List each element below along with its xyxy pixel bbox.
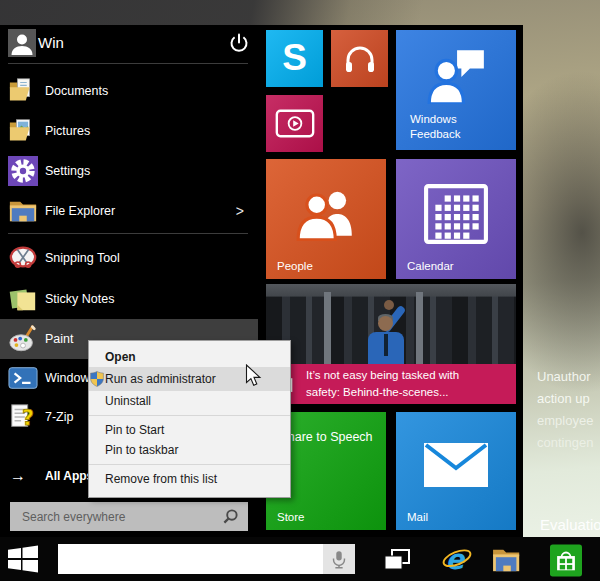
person-icon [8, 29, 36, 57]
start-item-snipping-tool[interactable]: Snipping Tool [0, 238, 258, 278]
right-arrow-icon: → [10, 467, 26, 485]
mouse-cursor [245, 364, 262, 392]
paint-palette-icon [8, 324, 38, 354]
start-item-label: 7-Zip [45, 397, 73, 437]
context-item-pin-to-taskbar[interactable]: Pin to taskbar [89, 440, 290, 460]
context-item-uninstall[interactable]: Uninstall [89, 391, 290, 411]
start-item-label: File Explorer [45, 191, 115, 231]
start-item-label: Sticky Notes [45, 279, 114, 319]
tile-windows-feedback[interactable]: Windows Feedback [396, 30, 516, 150]
task-view-icon [383, 548, 411, 572]
separator [89, 415, 290, 416]
start-item-documents[interactable]: Documents [0, 71, 258, 111]
power-button[interactable] [228, 32, 252, 56]
documents-folder-icon [8, 76, 38, 106]
start-item-label: Snipping Tool [45, 238, 120, 278]
tile-label: Windows Feedback [410, 112, 480, 141]
start-item-pictures[interactable]: Pictures [0, 111, 258, 151]
mail-envelope-icon [423, 442, 489, 488]
tile-label: People [277, 259, 313, 273]
wallpaper-text-line: action up [537, 391, 600, 406]
skype-icon: S [282, 39, 307, 76]
snipping-scissors-icon [8, 243, 38, 273]
taskbar: e [0, 537, 600, 581]
start-item-sticky-notes[interactable]: Sticky Notes [0, 279, 258, 319]
news-headline: It’s not easy being tasked with safety: … [306, 367, 496, 400]
start-search-input[interactable] [10, 502, 248, 531]
svg-text:?: ? [22, 406, 34, 430]
tile-mail[interactable]: Mail [396, 412, 516, 530]
7zip-help-file-icon: ? [8, 402, 38, 432]
powershell-prompt-icon [8, 363, 38, 393]
svg-text:e: e [445, 543, 466, 575]
news-banner: It’s not easy being tasked with safety: … [266, 364, 516, 404]
task-view-button[interactable] [381, 546, 413, 574]
file-explorer-icon [492, 546, 524, 574]
start-item-settings[interactable]: Settings [0, 151, 258, 191]
context-item-label: Run as administrator [105, 372, 216, 386]
tile-label: Calendar [407, 259, 454, 273]
separator [8, 63, 248, 64]
tile-video[interactable] [266, 95, 323, 152]
settings-gear-icon [8, 156, 38, 186]
tile-calendar[interactable]: Calendar [396, 159, 516, 279]
start-item-label: Paint [45, 319, 74, 359]
tile-news[interactable]: It’s not easy being tasked with safety: … [266, 284, 516, 404]
people-icon [293, 187, 359, 241]
start-item-label: Settings [45, 151, 90, 191]
tile-label: Mail [407, 510, 428, 524]
file-explorer-button[interactable] [492, 546, 524, 574]
wallpaper-text-line: Unauthor [537, 369, 600, 384]
microphone-icon [329, 549, 349, 570]
video-player-icon [275, 108, 315, 139]
tile-skype[interactable]: S [266, 30, 323, 87]
start-item-label: Documents [45, 71, 108, 111]
taskbar-search-box [58, 544, 355, 574]
search-icon [222, 508, 239, 529]
tile-people[interactable]: People [266, 159, 386, 279]
chevron-right-icon: > [236, 191, 244, 231]
desktop: Unauthor action up employee contingen Ev… [0, 0, 600, 581]
user-name[interactable]: Win [38, 34, 64, 51]
microphone-button[interactable] [323, 544, 355, 574]
sticky-notes-icon [8, 284, 38, 314]
evaluation-watermark: Evaluatio [540, 516, 600, 533]
power-icon [228, 32, 250, 54]
headphones-icon [344, 44, 376, 74]
store-button[interactable] [550, 546, 582, 574]
separator [89, 464, 290, 465]
wallpaper-text-line: contingen [537, 435, 600, 450]
internet-explorer-icon: e [441, 543, 473, 577]
start-search-box [10, 502, 248, 531]
start-item-file-explorer[interactable]: File Explorer > [0, 191, 258, 231]
context-item-pin-to-start[interactable]: Pin to Start [89, 420, 290, 440]
user-row: Win [0, 25, 258, 63]
context-item-remove-from-this-list[interactable]: Remove from this list [89, 469, 290, 489]
file-explorer-folder-icon [8, 196, 38, 226]
pictures-folder-icon [8, 116, 38, 146]
feedback-person-icon [426, 48, 486, 104]
internet-explorer-button[interactable]: e [441, 546, 473, 574]
store-icon [550, 544, 582, 577]
tile-music[interactable] [331, 30, 388, 87]
tile-label: Store [277, 510, 305, 524]
all-apps-label: All Apps [45, 469, 93, 483]
photo-person [354, 306, 418, 368]
start-item-label: Pictures [45, 111, 90, 151]
photo-detail [324, 292, 331, 364]
separator [8, 233, 248, 234]
taskbar-search-input[interactable] [58, 544, 335, 574]
user-avatar[interactable] [8, 29, 36, 57]
wallpaper-text-line: employee [537, 413, 600, 428]
windows-logo-icon [8, 545, 38, 573]
calendar-icon [423, 183, 489, 245]
start-button[interactable] [8, 545, 42, 573]
